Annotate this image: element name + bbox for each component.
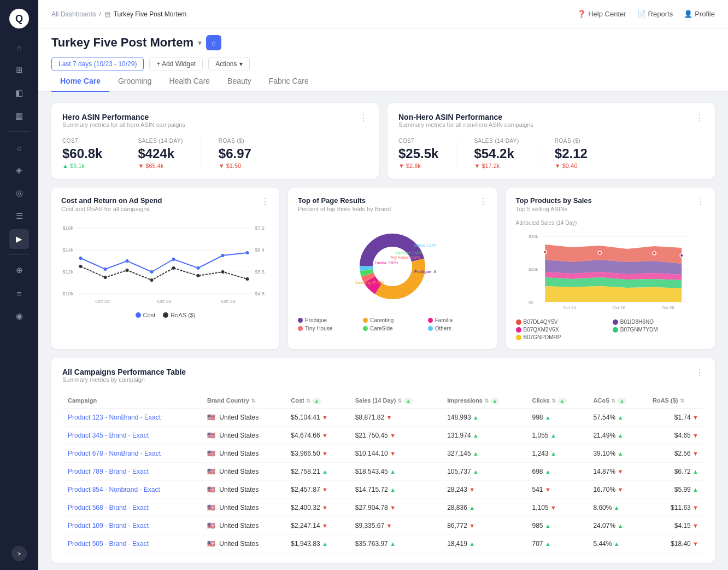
svg-point-26 (221, 270, 225, 274)
sidebar-item-list[interactable]: ☰ (9, 206, 29, 226)
svg-point-58 (680, 254, 683, 257)
non-hero-card-more[interactable]: ⋮ (695, 113, 704, 123)
sidebar-item-search[interactable]: ⌕ (9, 137, 29, 157)
sidebar-item-globe2[interactable]: ⊕ (9, 260, 29, 280)
campaign-link[interactable]: Product 678 - NonBrand - Exact (68, 450, 161, 457)
breadcrumb-icon: ▤ (104, 10, 110, 18)
non-hero-metric-roas: ROAS ($) $2.12 ▼ $0.40 (555, 138, 588, 169)
campaign-link[interactable]: Product 109 - Brand - Exact (68, 522, 149, 530)
svg-point-19 (246, 251, 249, 254)
svg-point-27 (246, 277, 249, 281)
sidebar-item-globe[interactable]: ◎ (9, 183, 29, 203)
carenting-dot (363, 318, 368, 323)
b07gnpdmrp-dot (516, 335, 521, 340)
acos: 24.07% ▲ (588, 517, 647, 535)
table-body: Product 123 - NonBrand - Exact 🇺🇸 United… (62, 409, 704, 553)
sidebar-item-analytics[interactable]: ▶ (9, 229, 29, 249)
col-roas[interactable]: RoAS ($) ⇅ (647, 393, 704, 409)
performance-cards-row: Hero ASIN Performance Summary metrics fo… (51, 103, 715, 179)
col-acos[interactable]: ACoS ⇅ ▲ (588, 393, 647, 409)
campaign-link[interactable]: Product 505 - Brand - Exact (68, 540, 149, 548)
actions-button[interactable]: Actions ▾ (208, 57, 249, 71)
careside-label: CareSide (370, 325, 393, 331)
campaign-link[interactable]: Product 345 - Brand - Exact (68, 432, 149, 439)
non-hero-asin-card: Non-Hero ASIN Performance Summary metric… (388, 103, 715, 179)
reports-link[interactable]: 📄 Reports (637, 10, 673, 18)
cost-roas-subtitle: Cost and RoAS for all campaigns (61, 206, 162, 212)
col-brand-country[interactable]: Brand Country ⇅ (202, 393, 285, 409)
roas: $4.15 ▼ (647, 517, 704, 535)
non-hero-metric-cost: COST $25.5k ▼ $2.8k (398, 138, 438, 169)
sidebar-item-tag[interactable]: ◈ (9, 160, 29, 180)
b07gnm7ydm-dot (613, 327, 618, 333)
cost-roas-more[interactable]: ⋮ (261, 196, 269, 207)
svg-text:$0: $0 (529, 300, 533, 305)
prodigue-dot (298, 318, 303, 323)
tab-health-care[interactable]: Health Care (160, 71, 219, 92)
sidebar-item-volume[interactable]: ◧ (9, 83, 29, 103)
tab-home-care[interactable]: Home Care (51, 71, 109, 92)
non-hero-card-title: Non-Hero ASIN Performance (398, 113, 533, 121)
non-hero-cost-change: ▼ $2.8k (398, 162, 438, 169)
hero-roas-change: ▼ $1.50 (219, 162, 251, 169)
clicks: 1,105 ▼ (527, 499, 588, 517)
donut-legend-others: Others (428, 325, 488, 331)
col-cost[interactable]: Cost ⇅ ▲ (285, 393, 349, 409)
add-widget-button[interactable]: + Add Widget (149, 57, 203, 71)
title-dropdown-icon[interactable]: ▾ (198, 38, 202, 47)
svg-point-57 (653, 252, 656, 255)
col-sales[interactable]: Sales (14 Day) ⇅ ▲ (350, 393, 442, 409)
tab-grooming[interactable]: Grooming (109, 71, 160, 92)
sidebar-toggle[interactable]: > (11, 546, 27, 561)
date-filter-button[interactable]: Last 7 days (10/23 - 10/29) (51, 57, 144, 71)
svg-text:Carenting: 37.78%: Carenting: 37.78% (355, 281, 384, 285)
b01id8h6no-dot (613, 319, 618, 325)
non-hero-roas-value: $2.12 (555, 146, 588, 161)
svg-marker-51 (545, 260, 682, 275)
non-hero-roas-label: ROAS ($) (555, 138, 588, 144)
brand-country: 🇺🇸 United States (202, 427, 285, 445)
campaign-link[interactable]: Product 123 - NonBrand - Exact (68, 414, 161, 421)
table-more[interactable]: ⋮ (695, 368, 704, 378)
impressions: 131,974 ▲ (442, 427, 526, 445)
svg-point-18 (221, 254, 225, 257)
sidebar-logo[interactable]: Q (9, 9, 29, 28)
sidebar-item-grid[interactable]: ⊞ (9, 60, 29, 80)
sidebar-item-headset[interactable]: ◉ (9, 306, 29, 326)
table-subtitle: Summary metrics by campaign (62, 376, 186, 383)
tab-fabric-care[interactable]: Fabric Care (260, 71, 318, 92)
help-center-link[interactable]: ❓ Help Center (577, 10, 626, 18)
tab-beauty[interactable]: Beauty (219, 71, 260, 92)
sidebar-item-home[interactable]: ⌂ (9, 37, 29, 57)
cost: $3,966.50 ▼ (285, 445, 349, 463)
hero-card-more[interactable]: ⋮ (359, 113, 368, 123)
profile-link[interactable]: 👤 Profile (684, 10, 715, 18)
col-clicks[interactable]: Clicks ⇅ ▲ (527, 393, 588, 409)
b01id8h6no-label: B01ID8H6NO (620, 319, 654, 325)
breadcrumb-home[interactable]: All Dashboards (51, 10, 96, 18)
svg-marker-50 (545, 245, 682, 264)
home-shortcut-button[interactable]: ⌂ (206, 35, 221, 50)
hero-roas-value: $6.97 (219, 146, 251, 161)
svg-text:Oct 26: Oct 26 (612, 305, 625, 310)
campaign-link[interactable]: Product 854 - Nonbrand - Exact (68, 486, 160, 493)
col-impressions[interactable]: Impressions ⇅ ▲ (442, 393, 526, 409)
sales: $21,750.45 ▼ (350, 427, 442, 445)
top-page-more[interactable]: ⋮ (479, 196, 488, 207)
cost-roas-chart: $16k $14k $12k $10k $7.2 $6.4 $5.6 $4.8 (61, 220, 269, 307)
clicks: 985 ▲ (527, 517, 588, 535)
top-products-legend: B07DL4QY5V B01ID8H6NO B07QXM2V6X B07GNM7… (516, 319, 705, 340)
cost: $1,943.83 ▲ (285, 535, 349, 553)
hero-sales-change: ▼ $65.4k (138, 162, 183, 169)
top-products-more[interactable]: ⋮ (696, 196, 705, 207)
acos: 39.10% ▲ (588, 445, 647, 463)
campaign-link[interactable]: Product 568 - Brand - Exact (68, 504, 149, 511)
svg-point-13 (104, 267, 107, 271)
campaign-link[interactable]: Product 789 - Brand - Exact (68, 468, 149, 475)
careside-dot (363, 326, 368, 331)
sidebar-item-table[interactable]: ▦ (9, 106, 29, 126)
svg-text:$4.8: $4.8 (255, 291, 265, 296)
non-hero-sales-label: SALES (14 DAY) (474, 138, 519, 144)
legend-roas-label: RoAS ($) (171, 312, 195, 318)
sidebar-item-list2[interactable]: ≡ (9, 283, 29, 303)
